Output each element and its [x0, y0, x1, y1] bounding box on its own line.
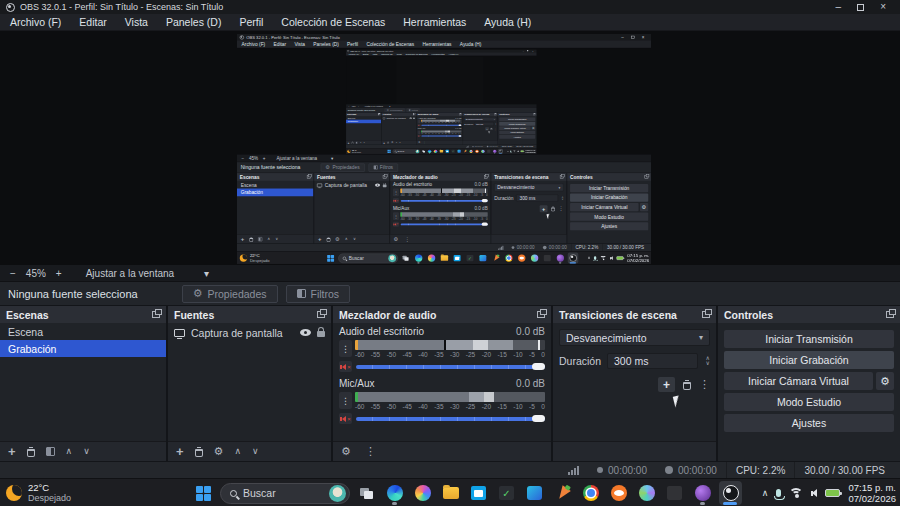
tick-label: -50: [387, 403, 396, 411]
chrome-app-button[interactable]: [579, 481, 602, 505]
filters-button[interactable]: Filtros: [286, 285, 351, 303]
popout-icon[interactable]: [702, 311, 710, 318]
menu-coleccion-escenas[interactable]: Colección de Escenas: [281, 16, 385, 28]
volume-slider[interactable]: [356, 414, 545, 424]
inactive-app-button[interactable]: [663, 481, 686, 505]
fit-dropdown-caret[interactable]: ▾: [204, 268, 209, 279]
minimize-button[interactable]: –: [836, 2, 842, 12]
battery-icon[interactable]: [825, 489, 840, 497]
zoom-out-button[interactable]: −: [10, 268, 16, 279]
tray-chevron-up-icon[interactable]: ∧: [762, 488, 769, 498]
menu-paneles[interactable]: Paneles (D): [166, 16, 221, 28]
menu-bar: Archivo (F) Editar Vista Paneles (D) Per…: [0, 14, 900, 31]
channel-menu-button[interactable]: ⋮: [339, 340, 352, 357]
fit-to-window-label[interactable]: Ajustar a la ventana: [86, 268, 174, 279]
source-up-button[interactable]: ∧: [234, 447, 241, 456]
start-virtual-camera-button[interactable]: Iniciar Cámara Virtual: [724, 372, 873, 390]
mail-app-button[interactable]: [523, 481, 546, 505]
popout-icon[interactable]: [886, 311, 894, 318]
paint-app-button[interactable]: [411, 481, 434, 505]
mixer-dock-header[interactable]: Mezclador de audio: [333, 306, 551, 323]
source-item-captura[interactable]: Captura de pantalla: [168, 323, 331, 342]
close-button[interactable]: ×: [880, 2, 886, 12]
obs-app-button[interactable]: [719, 481, 742, 505]
virtual-camera-settings-button[interactable]: ⚙: [876, 372, 894, 390]
scene-filters-button[interactable]: [46, 447, 55, 456]
microsoft-store-button[interactable]: [467, 481, 490, 505]
tray-clock[interactable]: 07:15 p. m. 07/02/2026: [848, 482, 896, 504]
edge-app-button[interactable]: [383, 481, 406, 505]
transitions-dock-header[interactable]: Transiciones de escena: [553, 306, 716, 323]
popout-icon[interactable]: [537, 311, 545, 318]
lock-icon[interactable]: [317, 331, 325, 337]
file-explorer-button[interactable]: [439, 481, 462, 505]
channel-menu-button[interactable]: ⋮: [339, 392, 352, 409]
advanced-audio-button[interactable]: ⚙: [341, 446, 351, 457]
sources-dock-header[interactable]: Fuentes: [168, 306, 331, 323]
photos-app-button[interactable]: [635, 481, 658, 505]
preview-zoom-bar: − 45% + Ajustar a la ventana ▾: [0, 265, 900, 282]
start-button[interactable]: [192, 481, 215, 505]
zoom-in-button[interactable]: +: [56, 268, 62, 279]
transition-value: Desvanecimiento: [566, 332, 647, 344]
mixer-menu-button[interactable]: ⋮: [365, 446, 376, 457]
scenes-dock-header[interactable]: Escenas: [0, 306, 166, 323]
purple-orb-app-button[interactable]: [691, 481, 714, 505]
restore-button[interactable]: [857, 4, 864, 11]
popout-icon[interactable]: [317, 311, 325, 318]
source-properties-button[interactable]: ⚙: [214, 446, 224, 457]
task-view-button[interactable]: [355, 481, 378, 505]
mute-button[interactable]: ×: [339, 361, 352, 372]
weather-desc: Despejado: [28, 493, 71, 503]
controls-dock-header[interactable]: Controles: [718, 306, 900, 323]
mute-button[interactable]: ×: [339, 413, 352, 424]
add-transition-button[interactable]: +: [658, 377, 675, 392]
tick-label: -20: [482, 403, 491, 411]
speaker-tray-icon[interactable]: [811, 489, 817, 497]
studio-mode-button[interactable]: Modo Estudio: [724, 393, 894, 411]
paint-icon: [415, 485, 431, 501]
duration-input[interactable]: 300 ms: [607, 353, 698, 369]
clock-date: 07/02/2026: [848, 493, 896, 504]
blender-app-button[interactable]: [607, 481, 630, 505]
scene-item-escena[interactable]: Escena: [0, 323, 166, 340]
start-streaming-button[interactable]: Iniciar Transmisión: [724, 330, 894, 348]
source-down-button[interactable]: ∨: [252, 447, 259, 456]
menu-ayuda[interactable]: Ayuda (H): [484, 16, 531, 28]
preview-canvas[interactable]: OBS 32.0.1 - Perfil: Sin Título - Escena…: [0, 31, 900, 265]
weather-widget[interactable]: 22°C Despejado: [6, 482, 71, 503]
volume-slider-handle[interactable]: [532, 363, 545, 370]
remove-transition-button[interactable]: [683, 380, 691, 390]
menu-vista[interactable]: Vista: [125, 16, 148, 28]
popout-icon[interactable]: [152, 311, 160, 318]
visibility-eye-icon[interactable]: [300, 329, 311, 336]
start-recording-button[interactable]: Iniciar Grabación: [724, 351, 894, 369]
scene-down-button[interactable]: ∨: [83, 447, 90, 456]
transition-menu-button[interactable]: ⋮: [699, 379, 710, 390]
checker-app-button[interactable]: ✓: [495, 481, 518, 505]
volume-slider-handle[interactable]: [532, 415, 545, 422]
menu-perfil[interactable]: Perfil: [239, 16, 263, 28]
spin-down-icon[interactable]: ∨: [706, 361, 710, 366]
menu-archivo[interactable]: Archivo (F): [10, 16, 61, 28]
menu-editar[interactable]: Editar: [79, 16, 106, 28]
trash-icon: [27, 449, 35, 457]
remove-source-button[interactable]: [195, 447, 203, 457]
taskbar-search[interactable]: Buscar: [220, 483, 350, 504]
volume-slider[interactable]: [356, 362, 545, 372]
transition-select[interactable]: Desvanecimiento ▾: [559, 329, 710, 346]
wifi-icon[interactable]: [789, 488, 803, 498]
remove-scene-button[interactable]: [27, 447, 35, 457]
settings-button[interactable]: Ajustes: [724, 414, 894, 432]
status-bar: 00:00:00 00:00:00 CPU: 2.2% 30.00 / 30.0…: [0, 461, 900, 478]
add-scene-button[interactable]: +: [8, 445, 16, 458]
recording-timer: 00:00:00: [656, 462, 726, 478]
add-source-button[interactable]: +: [176, 445, 184, 458]
scene-up-button[interactable]: ∧: [66, 447, 73, 456]
properties-button[interactable]: ⚙ Propiedades: [182, 285, 278, 303]
duration-spinner[interactable]: ∧∨: [706, 356, 710, 366]
scene-item-grabacion[interactable]: Grabación: [0, 340, 166, 357]
microphone-tray-icon[interactable]: [776, 489, 781, 497]
menu-herramientas[interactable]: Herramientas: [403, 16, 466, 28]
carrot-app-button[interactable]: [551, 481, 574, 505]
